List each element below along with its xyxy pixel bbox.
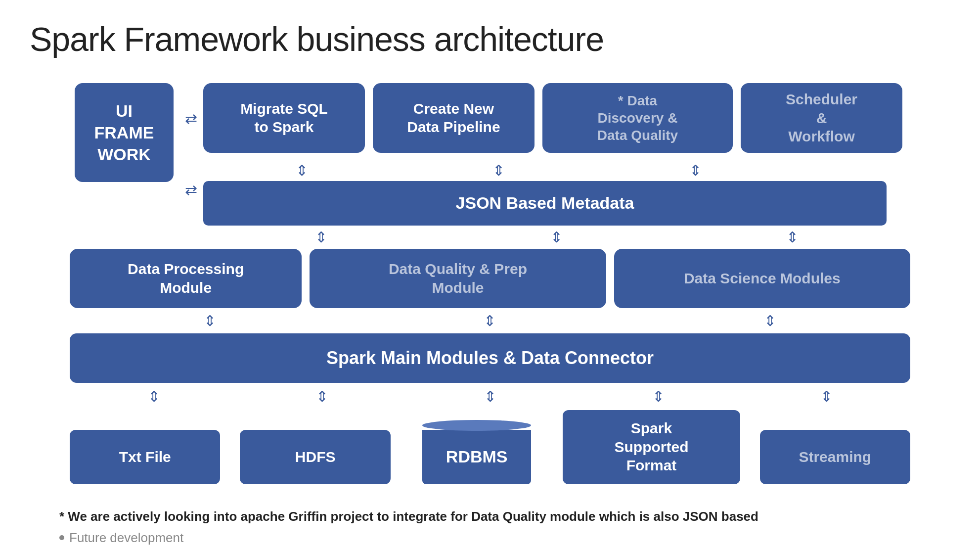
arrow-science-spark: ⇕ [764,312,776,329]
footnote-bullet: Future development [59,530,950,546]
data-processing-box: Data Processing Module [70,249,302,308]
arrow-processing-spark: ⇕ [204,312,216,329]
footnote-main: * We are actively looking into apache Gr… [59,509,950,524]
json-metadata-box: JSON Based Metadata [203,181,887,226]
architecture-diagram: UI FRAME WORK ⇄ ⇄ Migrate SQL to Spark C… [70,83,910,484]
arrow-spark-streaming: ⇕ [820,388,833,405]
page-title: Spark Framework business architecture [30,20,950,58]
migrate-sql-box: Migrate SQL to Spark [203,83,365,153]
data-discovery-box: * Data Discovery & Data Quality [542,83,733,153]
arrow-json-science: ⇕ [786,229,799,246]
arrow-quality-spark: ⇕ [484,312,496,329]
arrow-discovery-json: ⇕ [689,162,702,179]
arrow-pipeline-json: ⇕ [492,162,505,179]
ui-framework-box: UI FRAME WORK [75,83,174,182]
arrow-ui-bottom: ⇄ [185,181,197,198]
arrow-migrate-json: ⇕ [296,162,308,179]
arrow-spark-hdfs: ⇕ [316,388,328,405]
arrow-spark-txt: ⇕ [148,388,160,405]
arrow-spark-rdbms: ⇕ [484,388,496,405]
bullet-icon [59,535,64,540]
data-science-box: Data Science Modules [614,249,910,308]
streaming-box: Streaming [760,430,910,484]
arrow-spark-supported: ⇕ [652,388,665,405]
scheduler-box: Scheduler & Workflow [741,83,902,153]
rdbms-box: RDBMS [410,420,543,484]
spark-main-box: Spark Main Modules & Data Connector [70,333,910,383]
create-pipeline-box: Create New Data Pipeline [373,83,535,153]
arrow-json-quality: ⇕ [550,229,563,246]
hdfs-box: HDFS [240,430,390,484]
txt-file-box: Txt File [70,430,220,484]
arrow-json-processing: ⇕ [315,229,327,246]
data-quality-prep-box: Data Quality & Prep Module [310,249,606,308]
arrow-ui-top: ⇄ [185,110,197,127]
spark-supported-box: Spark Supported Format [563,410,740,484]
